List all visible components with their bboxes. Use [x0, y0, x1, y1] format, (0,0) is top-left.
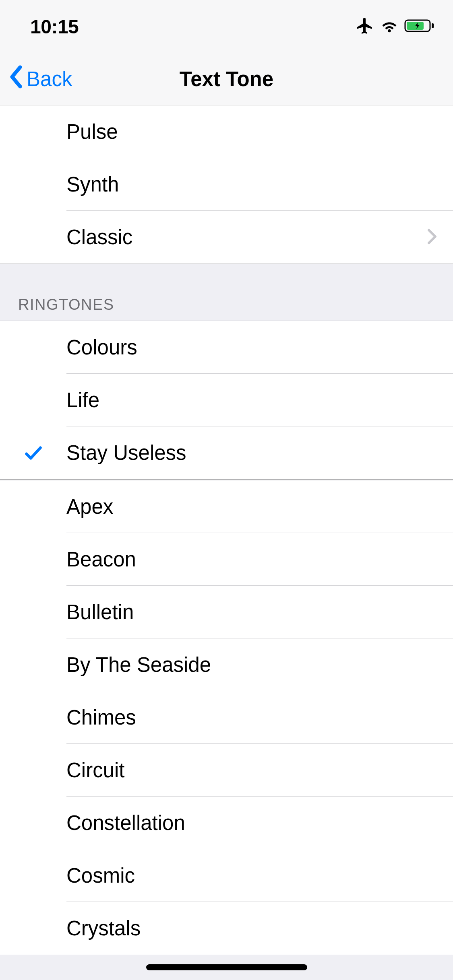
- ringtones-system-section: ApexBeaconBulletinBy The SeasideChimesCi…: [0, 480, 453, 955]
- tone-label: Chimes: [66, 706, 437, 729]
- tone-label: Beacon: [66, 548, 437, 571]
- svg-rect-2: [407, 22, 424, 30]
- tone-row-pulse[interactable]: Pulse: [0, 105, 453, 158]
- tone-row-classic[interactable]: Classic: [0, 211, 453, 264]
- row-content: Apex: [66, 480, 453, 533]
- row-content: Circuit: [66, 744, 453, 797]
- ringtone-row-cosmic[interactable]: Cosmic: [0, 849, 453, 902]
- tone-label: By The Seaside: [66, 653, 437, 677]
- row-content: Classic: [66, 211, 453, 264]
- tone-label: Apex: [66, 495, 437, 519]
- status-time: 10:15: [30, 16, 79, 38]
- airplane-mode-icon: [355, 16, 374, 37]
- ringtone-row-by-the-seaside[interactable]: By The Seaside: [0, 638, 453, 691]
- tone-label: Constellation: [66, 811, 437, 835]
- row-content: Stay Useless: [66, 426, 453, 479]
- tone-label: Cosmic: [66, 864, 437, 887]
- wifi-icon: [380, 18, 399, 35]
- tone-label: Pulse: [66, 120, 437, 144]
- ringtone-row-bulletin[interactable]: Bulletin: [0, 586, 453, 638]
- ringtones-custom-section: ColoursLifeStay Useless: [0, 321, 453, 479]
- nav-bar: Back Text Tone: [0, 53, 453, 105]
- row-content: Crystals: [66, 902, 453, 955]
- alert-tones-section: PulseSynthClassic: [0, 105, 453, 264]
- ringtone-row-apex[interactable]: Apex: [0, 480, 453, 533]
- tone-label: Circuit: [66, 758, 437, 782]
- ringtone-row-stay-useless[interactable]: Stay Useless: [0, 426, 453, 479]
- row-content: Constellation: [66, 797, 453, 849]
- ringtones-header: RINGTONES: [0, 264, 453, 321]
- row-content: Cosmic: [66, 849, 453, 902]
- tone-label: Classic: [66, 225, 427, 249]
- home-indicator[interactable]: [146, 964, 307, 970]
- tone-label: Life: [66, 388, 437, 412]
- status-icons: [355, 16, 435, 37]
- tone-label: Stay Useless: [66, 441, 437, 465]
- chevron-left-icon: [9, 65, 23, 94]
- ringtone-row-colours[interactable]: Colours: [0, 321, 453, 374]
- row-content: Life: [66, 374, 453, 426]
- ringtone-row-beacon[interactable]: Beacon: [0, 533, 453, 586]
- back-button[interactable]: Back: [9, 65, 72, 94]
- row-content: By The Seaside: [66, 638, 453, 691]
- row-content: Pulse: [66, 105, 453, 158]
- row-content: Bulletin: [66, 586, 453, 638]
- tone-label: Crystals: [66, 916, 437, 940]
- ringtone-row-chimes[interactable]: Chimes: [0, 691, 453, 744]
- ringtone-row-life[interactable]: Life: [0, 374, 453, 426]
- row-content: Synth: [66, 158, 453, 211]
- battery-charging-icon: [404, 19, 435, 35]
- row-content: Beacon: [66, 533, 453, 586]
- chevron-right-icon: [427, 229, 437, 246]
- svg-rect-1: [432, 23, 434, 28]
- status-bar: 10:15: [0, 0, 453, 53]
- ringtone-row-crystals[interactable]: Crystals: [0, 902, 453, 955]
- ringtone-row-constellation[interactable]: Constellation: [0, 797, 453, 849]
- tone-label: Bulletin: [66, 600, 437, 624]
- checkmark-icon: [0, 443, 66, 463]
- row-content: Chimes: [66, 691, 453, 744]
- row-content: Colours: [66, 321, 453, 374]
- tone-label: Synth: [66, 173, 437, 196]
- ringtone-row-circuit[interactable]: Circuit: [0, 744, 453, 797]
- tone-row-synth[interactable]: Synth: [0, 158, 453, 211]
- tone-label: Colours: [66, 336, 437, 359]
- back-label: Back: [27, 67, 72, 91]
